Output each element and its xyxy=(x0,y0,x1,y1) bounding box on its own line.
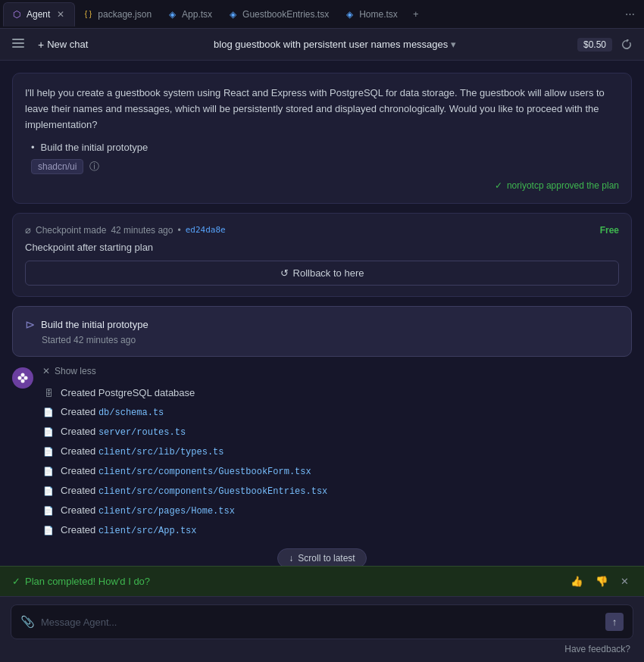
notification-actions: 👍 👎 ✕ xyxy=(567,573,632,590)
avatar xyxy=(12,367,33,389)
tab-bar: ⬡ Agent ✕ { } package.json ◈ App.tsx ◈ G… xyxy=(0,0,644,29)
task-card: ⊳ Build the initial prototype Started 42… xyxy=(12,306,632,357)
collapse-icon: ✕ xyxy=(42,366,50,376)
activity-item-home: 📄 Created client/src/pages/Home.tsx xyxy=(42,501,632,520)
rollback-label: Rollback to here xyxy=(293,267,364,279)
rollback-icon: ↺ xyxy=(280,267,289,279)
activity-item-guestbookentries: 📄 Created client/src/components/Guestboo… xyxy=(42,482,632,500)
activity-item-routes-label: Created server/routes.ts xyxy=(61,426,186,438)
build-item-label: Build the initial prototype xyxy=(41,142,148,153)
activity-item-db-label: Created PostgreSQL database xyxy=(61,387,195,398)
tab-home[interactable]: ◈ Home.tsx xyxy=(336,2,405,27)
info-icon[interactable]: ⓘ xyxy=(89,160,99,173)
checkpoint-meta: ⌀ Checkpoint made 42 minutes ago • ed24d… xyxy=(25,224,226,236)
db-icon: 🗄 xyxy=(42,389,55,398)
tab-package[interactable]: { } package.json xyxy=(75,2,159,27)
activity-item-types: 📄 Created client/src/lib/types.ts xyxy=(42,442,632,461)
svg-rect-2 xyxy=(12,46,24,48)
thumbs-up-button[interactable]: 👍 xyxy=(567,573,586,590)
build-item: Build the initial prototype xyxy=(31,142,619,153)
file-icon-2: 📄 xyxy=(42,427,55,437)
tab-guestbook[interactable]: ◈ GuestbookEntries.tsx xyxy=(220,2,336,27)
svg-rect-0 xyxy=(12,39,24,40)
svg-point-3 xyxy=(18,376,22,380)
task-play-icon: ⊳ xyxy=(25,317,35,332)
tab-app-label: App.tsx xyxy=(182,9,212,20)
send-icon: ↑ xyxy=(612,617,617,628)
activity-item-routes: 📄 Created server/routes.ts xyxy=(42,423,632,441)
new-chat-label: New chat xyxy=(47,39,88,50)
activity-item-schema: 📄 Created db/schema.ts xyxy=(42,403,632,421)
home-icon: ◈ xyxy=(344,9,355,20)
activity-section: ✕ Show less 🗄 Created PostgreSQL databas… xyxy=(12,366,632,539)
avatar-icon xyxy=(16,371,30,385)
sidebar-icon xyxy=(12,37,24,49)
input-footer: Have feedback? xyxy=(11,639,633,654)
show-less-toggle[interactable]: ✕ Show less xyxy=(42,366,632,376)
bottom-notification: ✓ Plan completed! How'd I do? 👍 👎 ✕ xyxy=(0,566,644,596)
file-icon-4: 📄 xyxy=(42,467,55,476)
file-icon-3: 📄 xyxy=(42,447,55,457)
notification-check-icon: ✓ xyxy=(12,576,20,587)
show-less-label: Show less xyxy=(55,366,96,376)
activity-item-home-label: Created client/src/pages/Home.tsx xyxy=(61,504,235,517)
plus-icon: + xyxy=(38,39,44,51)
ai-message-card: I'll help you create a guestbook system … xyxy=(12,73,632,204)
refresh-icon xyxy=(621,39,632,50)
checkpoint-card: ⌀ Checkpoint made 42 minutes ago • ed24d… xyxy=(12,213,632,297)
file-icon-7: 📄 xyxy=(42,526,55,536)
notification-close-button[interactable]: ✕ xyxy=(617,573,632,590)
tab-home-label: Home.tsx xyxy=(359,9,398,20)
notification-text: ✓ Plan completed! How'd I do? xyxy=(12,576,150,587)
project-title: blog guestbook with persistent user name… xyxy=(214,39,456,50)
tab-app[interactable]: ◈ App.tsx xyxy=(159,2,220,27)
refresh-button[interactable] xyxy=(618,36,635,53)
activity-item-types-label: Created client/src/lib/types.ts xyxy=(61,445,224,457)
agent-icon: ⬡ xyxy=(11,9,22,20)
rollback-button[interactable]: ↺ Rollback to here xyxy=(25,261,619,286)
thumbs-down-button[interactable]: 👎 xyxy=(592,573,611,590)
task-subtitle: Started 42 minutes ago xyxy=(42,335,619,345)
activity-item-app-label: Created client/src/App.tsx xyxy=(61,524,197,536)
tab-agent-label: Agent xyxy=(27,9,50,20)
notification-label: Plan completed! How'd I do? xyxy=(25,576,150,587)
tab-agent[interactable]: ⬡ Agent ✕ xyxy=(3,2,75,27)
input-area: 📎 ↑ Have feedback? xyxy=(0,596,644,662)
tab-agent-close[interactable]: ✕ xyxy=(55,8,67,20)
send-button[interactable]: ↑ xyxy=(605,613,624,631)
activity-item-schema-label: Created db/schema.ts xyxy=(61,406,164,418)
approved-label: noriyotcp approved the plan xyxy=(507,180,619,191)
tab-menu-button[interactable]: ⋯ xyxy=(619,8,641,20)
shadcn-tag: shadcn/ui xyxy=(31,159,83,174)
feedback-link[interactable]: Have feedback? xyxy=(564,644,630,654)
scroll-to-latest-label: Scroll to latest xyxy=(298,553,355,564)
activity-item-db: 🗄 Created PostgreSQL database xyxy=(42,384,632,401)
scroll-to-latest-button[interactable]: ↓ Scroll to latest xyxy=(277,548,366,566)
sidebar-toggle-button[interactable] xyxy=(9,34,27,55)
activity-item-guestbookform: 📄 Created client/src/components/Guestboo… xyxy=(42,462,632,480)
svg-point-6 xyxy=(21,379,25,383)
add-tab-button[interactable]: + xyxy=(405,4,427,25)
new-chat-button[interactable]: + New chat xyxy=(33,36,92,54)
file-icon-6: 📄 xyxy=(42,506,55,516)
tab-guestbook-label: GuestbookEntries.tsx xyxy=(242,9,329,20)
toolbar: + New chat blog guestbook with persisten… xyxy=(0,29,644,61)
file-icon-5: 📄 xyxy=(42,486,55,496)
checkpoint-title: Checkpoint after starting plan xyxy=(25,242,619,253)
chevron-down-icon[interactable]: ▾ xyxy=(451,39,456,50)
checkpoint-commit: ed24da8e xyxy=(186,225,226,235)
project-title-text: blog guestbook with persistent user name… xyxy=(214,39,448,50)
checkpoint-header: ⌀ Checkpoint made 42 minutes ago • ed24d… xyxy=(25,224,619,236)
checkpoint-label: Checkpoint made xyxy=(36,225,106,236)
message-input[interactable] xyxy=(41,617,599,628)
approved-text: ✓ noriyotcp approved the plan xyxy=(25,180,619,191)
free-badge: Free xyxy=(600,225,619,236)
input-box: 📎 ↑ xyxy=(11,604,633,639)
shadcn-tag-label: shadcn/ui xyxy=(38,161,77,172)
tab-package-label: package.json xyxy=(98,9,152,20)
attachment-icon[interactable]: 📎 xyxy=(20,615,35,629)
task-header: ⊳ Build the initial prototype xyxy=(25,317,619,332)
task-title: Build the initial prototype xyxy=(41,319,148,330)
activity-list: ✕ Show less 🗄 Created PostgreSQL databas… xyxy=(42,366,632,539)
checkpoint-time: 42 minutes ago xyxy=(111,225,173,236)
